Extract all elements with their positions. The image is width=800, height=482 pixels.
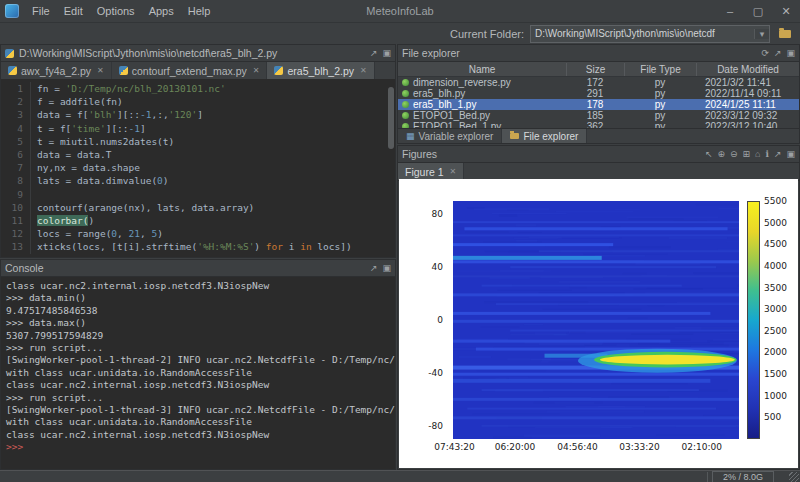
console-maximize-icon[interactable]: ▣ [382,263,391,273]
console-line: class ucar.nc2.internal.iosp.netcdf3.N3i… [6,280,395,292]
code-line[interactable]: 6data = data.T [1,148,395,161]
file-explorer-maximize-icon[interactable]: ▣ [786,48,795,58]
code-line[interactable]: 2f = addfile(fn) [1,95,395,108]
editor-tab[interactable]: awx_fy4a_2.py ✕ [1,62,112,79]
colorbar-tick-label: 4500 [764,239,787,249]
console-line: >>> data.min() [6,292,395,304]
code-line[interactable]: 5t = miutil.nums2dates(t) [1,135,395,148]
file-row[interactable]: dimension_reverse.py172py2021/3/2 11:41 [398,77,799,88]
column-size[interactable]: Size [566,63,624,76]
file-table-body: dimension_reverse.py172py2021/3/2 11:41e… [398,77,799,132]
editor-float-icon[interactable]: ↗ [370,48,378,58]
line-number: 13 [1,240,31,253]
file-row[interactable]: ETOPO1_Bed.py185py2023/3/12 09:32 [398,110,799,121]
code-line[interactable]: 10contourf(arange(nx), lats, data.array) [1,201,395,214]
file-table-header[interactable]: Name Size File Type Date Modified [398,62,799,77]
column-name[interactable]: Name [398,63,566,76]
figures-header: Figures ↖ ⊕ ⊖ ⊞ ⌂ ℹ ↗ ▣ [398,146,799,163]
line-number: 5 [1,135,31,148]
minimize-button[interactable]: – [716,0,744,22]
resize-grip-icon[interactable] [789,472,799,482]
figures-float-icon[interactable]: ↗ [774,149,782,159]
line-number: 2 [1,95,31,108]
figures-maximize-icon[interactable]: ▣ [786,149,795,159]
full-extent-icon[interactable]: ⌂ [755,149,760,159]
ytick-label: -40 [428,368,443,378]
editor-maximize-icon[interactable]: ▣ [382,48,391,58]
file-row[interactable]: era5_blh_1.py178py2024/1/25 11:11 [398,99,799,110]
plot-area[interactable] [453,201,739,439]
tab-file-explorer[interactable]: File explorer [502,129,587,143]
python-file-icon [5,49,14,58]
file-explorer-panel: File explorer ⟳ ↗ ▣ Name Size File Type … [397,44,800,144]
code-line[interactable]: 9 [1,188,395,201]
menu-help[interactable]: Help [181,5,218,17]
window-title: MeteoInfoLab [366,5,433,17]
line-number: 12 [1,227,31,240]
colorbar-tick-label: 2500 [764,326,787,336]
code-line[interactable]: 8lats = data.dimvalue(0) [1,174,395,187]
code-line[interactable]: 12locs = range(0, 21, 5) [1,227,395,240]
file-explorer-float-icon[interactable]: ↗ [774,48,782,58]
code-editor[interactable]: 1fn = 'D:/Temp/nc/blh_20130101.nc'2f = a… [1,79,395,257]
editor-tab[interactable]: era5_blh_2.py ✕ [267,62,374,79]
xtick-label: 06:20:00 [495,442,535,452]
menu-apps[interactable]: Apps [142,5,181,17]
figures-title: Figures [402,148,437,160]
editor-title: D:\Working\MIScript\Jython\mis\io\netcdf… [19,47,277,59]
editor-tab[interactable]: contourf_extend_max.py ✕ [112,62,268,79]
explorer-bottom-tabs: ▦ Variable explorer File explorer [398,128,799,143]
console-panel: Console ↗ ▣ class ucar.nc2.internal.iosp… [0,259,396,470]
tab-variable-explorer[interactable]: ▦ Variable explorer [398,129,502,143]
zoom-in-icon[interactable]: ⊕ [717,149,725,159]
tab-close-icon[interactable]: ✕ [97,66,104,75]
toolbar: Current Folder: D:\Working\MIScript\Jyth… [0,23,800,44]
identify-icon[interactable]: ℹ [766,149,769,159]
code-line[interactable]: 13xticks(locs, [t[i].strftime('%H:%M:%S'… [1,240,395,253]
figure-tab[interactable]: Figure 1 ✕ [398,163,464,180]
menu-file[interactable]: File [25,5,57,17]
line-number: 6 [1,148,31,161]
code-line[interactable]: 3data = f['blh'][::-1,:,'120'] [1,108,395,121]
figure-canvas[interactable] [453,201,739,439]
code-line[interactable]: 4t = f['time'][::-1] [1,122,395,135]
colorbar-tick-label: 1500 [764,369,787,379]
python-file-icon [274,66,283,75]
colorbar-tick-label: 3500 [764,283,787,293]
console-title: Console [5,262,44,274]
zoom-out-icon[interactable]: ⊖ [730,149,738,159]
console-prompt[interactable]: >>> [6,441,395,453]
menu-edit[interactable]: Edit [57,5,90,17]
console-line: >>> data.max() [6,317,395,329]
yaxis-ticks: 80400-40-80 [411,201,449,439]
py-file-icon [402,79,409,86]
close-button[interactable]: ✕ [772,0,800,22]
console-output[interactable]: class ucar.nc2.internal.iosp.netcdf3.N3i… [1,277,395,469]
current-folder-combobox[interactable]: D:\Working\MIScript\Jython\mis\io\netcdf… [530,25,770,43]
current-folder-label: Current Folder: [450,28,524,40]
file-row[interactable]: era5_blh.py291py2022/11/14 09:11 [398,88,799,99]
code-line[interactable]: 7ny,nx = data.shape [1,161,395,174]
maximize-button[interactable]: ▢ [744,0,772,22]
figures-panel: Figures ↖ ⊕ ⊖ ⊞ ⌂ ℹ ↗ ▣ Figure 1 ✕ 80400… [397,145,800,470]
pan-icon[interactable]: ⊞ [743,149,751,159]
browse-folder-button[interactable] [776,26,794,42]
line-number: 8 [1,174,31,187]
file-explorer-header: File explorer ⟳ ↗ ▣ [398,45,799,62]
tab-close-icon[interactable]: ✕ [253,66,260,75]
console-float-icon[interactable]: ↗ [370,263,378,273]
refresh-icon[interactable]: ⟳ [761,48,769,58]
xtick-label: 07:43:20 [434,442,474,452]
memory-indicator[interactable]: 2% / 8.0G [712,471,774,482]
dropdown-icon[interactable]: ▾ [754,29,769,39]
tab-close-icon[interactable]: ✕ [360,66,367,75]
column-date-modified[interactable]: Date Modified [696,63,799,76]
code-line[interactable]: 1fn = 'D:/Temp/nc/blh_20130101.nc' [1,82,395,95]
menu-options[interactable]: Options [90,5,142,17]
pointer-icon[interactable]: ↖ [705,149,713,159]
meteoinfolab-window: File Edit Options Apps Help MeteoInfoLab… [0,0,800,482]
code-line[interactable]: 11colorbar() [1,214,395,227]
tab-close-icon[interactable]: ✕ [450,167,457,176]
editor-scrollbar[interactable] [388,87,394,149]
column-file-type[interactable]: File Type [624,63,696,76]
